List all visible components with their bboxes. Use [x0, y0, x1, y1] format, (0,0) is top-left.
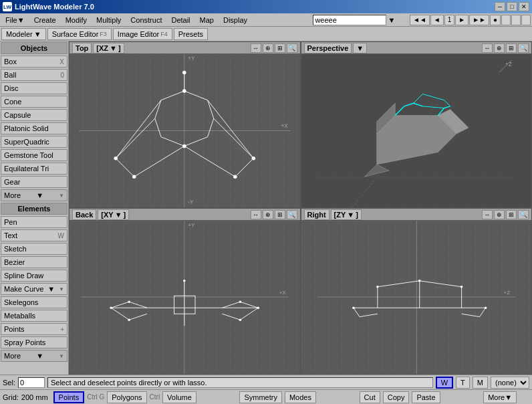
sidebar-objects-more[interactable]: More ▼	[1, 189, 68, 201]
sidebar-superquadric[interactable]: SuperQuadric	[1, 136, 68, 148]
sidebar-capsule[interactable]: Capsule	[1, 109, 68, 121]
sidebar-metaballs[interactable]: Metaballs	[1, 310, 68, 322]
viewport-persp-magnify-icon[interactable]: 🔍	[518, 43, 529, 53]
sidebar-equilateral-tri[interactable]: Equilateral Tri	[1, 163, 68, 175]
menu-detail[interactable]: Detail	[167, 14, 194, 26]
viewport-top-zoom-icon[interactable]: ⊕	[263, 43, 273, 53]
presets-btn[interactable]: Presets	[174, 28, 208, 40]
more-btn[interactable]: More ▼	[483, 391, 517, 403]
nav-prev-prev[interactable]: ◄◄	[410, 15, 430, 25]
menu-file[interactable]: File ▼	[1, 14, 29, 26]
sidebar-points[interactable]: Points +	[1, 323, 68, 335]
close-button[interactable]: ✕	[519, 2, 529, 11]
viewport-perspective[interactable]: Perspective ▼ ↔ ⊕ ⊞ 🔍	[301, 41, 533, 208]
volume-btn[interactable]: Volume	[162, 391, 196, 403]
viewport-top-view-select[interactable]: [XZ▼]	[93, 43, 124, 54]
viewport-top-content[interactable]: +Y -Y +X	[70, 54, 300, 207]
viewport-top-move-icon[interactable]: ↔	[251, 43, 261, 53]
viewport-perspective-select[interactable]: ▼	[353, 43, 367, 54]
sidebar-pen[interactable]: Pen	[1, 216, 68, 228]
viewport-right-fit-icon[interactable]: ⊞	[506, 210, 517, 219]
nav-next-next[interactable]: ►►	[469, 15, 489, 25]
sidebar-spray-points[interactable]: Spray Points	[1, 336, 68, 348]
sel-value-input[interactable]	[18, 377, 45, 388]
nav-record[interactable]: ●	[490, 15, 501, 25]
viewport-back-zoom-icon[interactable]: ⊕	[263, 210, 273, 219]
nav-extra1[interactable]	[501, 15, 511, 25]
viewport-back[interactable]: Back [XY▼] ↔ ⊕ ⊞ 🔍	[69, 208, 301, 375]
sidebar-text[interactable]: Text W	[1, 229, 68, 241]
viewport-top-fit-icon[interactable]: ⊞	[275, 43, 285, 53]
object-name-input[interactable]	[313, 15, 386, 25]
viewport-right-zoom-icon[interactable]: ⊕	[494, 210, 505, 219]
sidebar-make-curve[interactable]: Make Curve ▼	[1, 283, 68, 295]
sidebar-bezier[interactable]: Bezier	[1, 256, 68, 268]
sidebar-cone[interactable]: Cone	[1, 96, 68, 108]
nav-num[interactable]: 1	[444, 15, 455, 25]
sidebar-box[interactable]: Box X	[1, 56, 68, 68]
menu-modify[interactable]: Modify	[61, 14, 91, 26]
copy-btn[interactable]: Copy	[383, 391, 410, 403]
viewport-top-magnify-icon[interactable]: 🔍	[287, 43, 297, 53]
viewport-persp-zoom-icon[interactable]: ⊕	[494, 43, 505, 53]
svg-point-51	[128, 318, 130, 321]
viewport-right-label[interactable]: Right	[304, 209, 329, 220]
sidebar-gemstone-tool[interactable]: Gemstone Tool	[1, 149, 68, 161]
symmetry-btn[interactable]: Symmetry	[239, 391, 282, 403]
mode-dropdown[interactable]: (none)	[491, 377, 529, 389]
viewport-right-view-select[interactable]: [ZY▼]	[331, 209, 362, 220]
viewport-top[interactable]: Top [XZ▼] ↔ ⊕ ⊞ 🔍	[69, 41, 301, 208]
svg-point-18	[233, 175, 237, 178]
sidebar-ball[interactable]: Ball 0	[1, 69, 68, 81]
object-name-group: ▼	[313, 15, 395, 25]
surface-editor-btn[interactable]: Surface Editor F3	[47, 28, 112, 40]
viewport-back-content[interactable]: +Y +X	[70, 221, 300, 374]
m-button[interactable]: M	[473, 377, 488, 389]
viewport-right-magnify-icon[interactable]: 🔍	[518, 210, 529, 219]
sidebar-sketch[interactable]: Sketch	[1, 243, 68, 255]
menu-display[interactable]: Display	[219, 14, 251, 26]
svg-point-16	[252, 157, 255, 160]
sidebar-disc[interactable]: Disc	[1, 82, 68, 94]
viewport-persp-move-icon[interactable]: ↔	[482, 43, 493, 53]
minimize-button[interactable]: ─	[495, 2, 505, 11]
nav-extra3[interactable]	[521, 15, 531, 25]
viewport-right-content[interactable]: +Z	[301, 221, 532, 374]
nav-next[interactable]: ►	[455, 15, 469, 25]
svg-point-17	[132, 175, 136, 178]
svg-point-71	[376, 286, 379, 288]
cut-btn[interactable]: Cut	[360, 391, 380, 403]
sidebar-spline-draw[interactable]: Spline Draw	[1, 270, 68, 282]
viewport-top-label[interactable]: Top	[72, 43, 92, 54]
svg-text:-Y: -Y	[188, 199, 194, 205]
viewport-back-fit-icon[interactable]: ⊞	[275, 210, 285, 219]
viewport-back-view-select[interactable]: [XY▼]	[98, 209, 129, 220]
nav-extra2[interactable]	[511, 15, 521, 25]
points-btn[interactable]: Points	[53, 391, 85, 403]
paste-btn[interactable]: Paste	[412, 391, 440, 403]
menu-create[interactable]: Create	[30, 14, 60, 26]
viewport-perspective-content[interactable]: +Z	[301, 54, 532, 207]
viewport-back-magnify-icon[interactable]: 🔍	[287, 210, 297, 219]
maximize-button[interactable]: □	[507, 2, 517, 11]
polygons-btn[interactable]: Polygons	[107, 391, 146, 403]
sidebar-platonic-solid[interactable]: Platonic Solid	[1, 122, 68, 134]
modeler-dropdown[interactable]: Modeler ▼	[1, 28, 46, 40]
viewport-back-move-icon[interactable]: ↔	[251, 210, 261, 219]
viewport-persp-fit-icon[interactable]: ⊞	[506, 43, 517, 53]
image-editor-btn[interactable]: Image Editor F4	[113, 28, 172, 40]
viewport-back-label[interactable]: Back	[72, 209, 96, 220]
menu-multiply[interactable]: Multiply	[92, 14, 125, 26]
t-button[interactable]: T	[456, 377, 470, 389]
modes-btn[interactable]: Modes	[285, 391, 316, 403]
nav-prev[interactable]: ◄	[430, 15, 444, 25]
sidebar-gear[interactable]: Gear	[1, 176, 68, 188]
w-button[interactable]: W	[436, 377, 453, 389]
menu-map[interactable]: Map	[196, 14, 218, 26]
menu-construct[interactable]: Construct	[126, 14, 166, 26]
viewport-perspective-label[interactable]: Perspective	[304, 43, 352, 54]
viewport-right[interactable]: Right [ZY▼] ↔ ⊕ ⊞ 🔍 +Z	[301, 208, 533, 375]
sidebar-elements-more[interactable]: More ▼	[1, 350, 68, 362]
sidebar-skelegons[interactable]: Skelegons	[1, 296, 68, 308]
viewport-right-move-icon[interactable]: ↔	[482, 210, 493, 219]
